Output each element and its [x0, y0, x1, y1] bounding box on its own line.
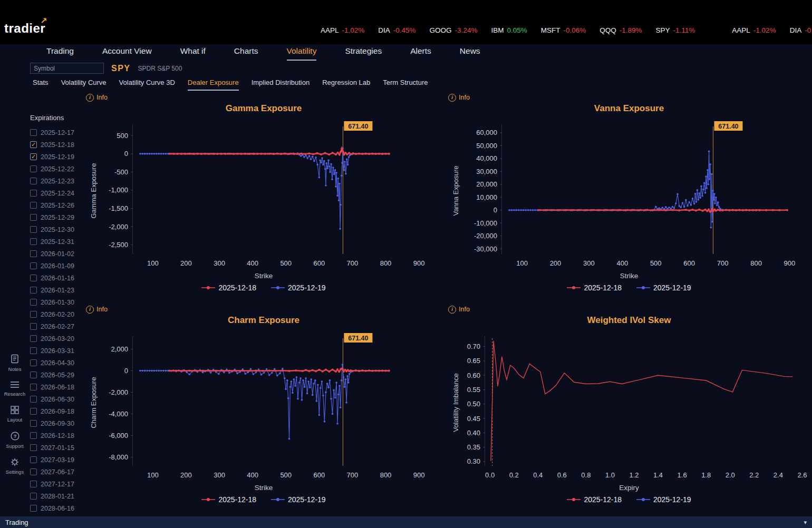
nav-what-if[interactable]: What if: [180, 46, 206, 61]
checkbox-icon[interactable]: [30, 202, 37, 209]
legend-item[interactable]: 2025-12-18: [567, 283, 622, 292]
subtab-dealer-exposure[interactable]: Dealer Exposure: [188, 79, 239, 91]
ticker-item-msft[interactable]: MSFT-0.06%: [541, 26, 586, 34]
info-button[interactable]: i Info: [448, 93, 810, 102]
checkbox-icon[interactable]: [30, 396, 37, 403]
vanna-exposure-plot[interactable]: 60,00050,00040,00030,00020,00010,0000-10…: [450, 116, 809, 272]
subtab-regression-lab[interactable]: Regression Lab: [322, 79, 370, 91]
checkbox-icon[interactable]: [30, 456, 37, 463]
legend-item[interactable]: 2025-12-18: [567, 495, 622, 504]
chevron-down-icon[interactable]: ▾: [804, 519, 807, 526]
legend-item[interactable]: 2025-12-18: [201, 283, 256, 292]
checkbox-icon[interactable]: [30, 226, 37, 233]
nav-volatility[interactable]: Volatility: [287, 46, 317, 61]
subtab-stats[interactable]: Stats: [33, 79, 49, 91]
checkbox-icon[interactable]: [30, 444, 37, 451]
checkbox-checked-icon[interactable]: ✓: [30, 141, 37, 148]
checkbox-icon[interactable]: [30, 481, 37, 487]
expiration-row[interactable]: 2026-03-31: [30, 345, 88, 357]
gamma-exposure-plot[interactable]: 5000-500-1,000-1,500-2,000-2,50010020030…: [88, 116, 438, 272]
expiration-row[interactable]: 2026-12-18: [30, 429, 88, 442]
rail-item-research[interactable]: Research: [4, 381, 26, 397]
subtab-term-structure[interactable]: Term Structure: [383, 79, 428, 91]
expiration-row[interactable]: 2026-02-20: [30, 308, 88, 320]
legend-item[interactable]: 2025-12-19: [636, 495, 691, 504]
info-button[interactable]: i Info: [86, 93, 441, 102]
checkbox-icon[interactable]: [30, 384, 37, 390]
expiration-row[interactable]: 2025-12-24: [30, 187, 88, 199]
ticker-item-qqq[interactable]: QQQ-1.89%: [600, 26, 642, 34]
rail-item-support[interactable]: ?Support: [6, 432, 23, 449]
checkbox-icon[interactable]: [30, 262, 37, 269]
expiration-row[interactable]: 2025-12-29: [30, 211, 88, 223]
expiration-row[interactable]: 2026-01-09: [30, 260, 88, 272]
checkbox-checked-icon[interactable]: ✓: [30, 153, 37, 160]
checkbox-icon[interactable]: [30, 505, 37, 512]
symbol-input[interactable]: [30, 63, 104, 74]
checkbox-icon[interactable]: [30, 347, 37, 354]
checkbox-icon[interactable]: [30, 190, 37, 197]
checkbox-icon[interactable]: [30, 420, 37, 427]
subtab-implied-distribution[interactable]: Implied Distribution: [252, 79, 310, 91]
expiration-row[interactable]: 2026-09-18: [30, 405, 88, 417]
expiration-row[interactable]: 2026-04-30: [30, 357, 88, 369]
checkbox-icon[interactable]: [30, 214, 37, 221]
checkbox-icon[interactable]: [30, 323, 37, 330]
rail-item-layout[interactable]: Layout: [7, 406, 23, 423]
legend-item[interactable]: 2025-12-18: [201, 495, 256, 504]
checkbox-icon[interactable]: [30, 287, 37, 294]
ticker-item-dia[interactable]: DIA-0.4: [790, 26, 812, 34]
expiration-row[interactable]: 2025-12-31: [30, 236, 88, 248]
ticker-item-goog[interactable]: GOOG-3.24%: [430, 26, 478, 34]
checkbox-icon[interactable]: [30, 408, 37, 415]
checkbox-icon[interactable]: [30, 165, 37, 172]
legend-item[interactable]: 2025-12-19: [271, 495, 326, 504]
nav-alerts[interactable]: Alerts: [410, 46, 431, 61]
expiration-row[interactable]: 2026-01-02: [30, 248, 88, 260]
subtab-volatility-curve-3d[interactable]: Volatility Curve 3D: [119, 79, 175, 91]
weighted-ivol-skew-plot[interactable]: 0.700.650.600.550.500.450.400.350.300.00…: [450, 328, 809, 484]
ticker-item-spy[interactable]: SPY-1.11%: [656, 26, 695, 34]
expiration-row[interactable]: 2025-12-22: [30, 163, 88, 175]
expiration-row[interactable]: 2026-05-29: [30, 369, 88, 381]
expiration-row[interactable]: ✓2025-12-18: [30, 139, 88, 151]
expiration-row[interactable]: 2026-01-30: [30, 296, 88, 308]
checkbox-icon[interactable]: [30, 250, 37, 257]
checkbox-icon[interactable]: [30, 468, 37, 475]
checkbox-icon[interactable]: [30, 129, 37, 136]
charm-exposure-plot[interactable]: 2,0000-2,000-4,000-6,000-8,0001002003004…: [88, 328, 438, 484]
expiration-row[interactable]: 2027-01-15: [30, 442, 88, 454]
checkbox-icon[interactable]: [30, 311, 37, 318]
nav-account-view[interactable]: Account View: [102, 46, 152, 61]
expiration-row[interactable]: 2028-01-21: [30, 490, 88, 502]
expiration-row[interactable]: 2026-02-27: [30, 320, 88, 333]
checkbox-icon[interactable]: [30, 359, 37, 366]
expiration-row[interactable]: 2025-12-17: [30, 126, 88, 139]
expiration-row[interactable]: 2027-06-17: [30, 466, 88, 478]
ticker-item-aapl[interactable]: AAPL-1.02%: [732, 26, 776, 34]
ticker-item-dia[interactable]: DIA-0.45%: [378, 26, 415, 34]
expiration-row[interactable]: 2028-06-16: [30, 502, 88, 514]
checkbox-icon[interactable]: [30, 371, 37, 378]
checkbox-icon[interactable]: [30, 493, 37, 500]
nav-news[interactable]: News: [460, 46, 480, 61]
expiration-row[interactable]: 2026-01-23: [30, 284, 88, 296]
rail-item-settings[interactable]: Settings: [6, 458, 24, 475]
rail-item-notes[interactable]: Notes: [8, 354, 22, 372]
expiration-row[interactable]: 2026-06-18: [30, 381, 88, 393]
checkbox-icon[interactable]: [30, 275, 37, 281]
expiration-row[interactable]: 2025-12-30: [30, 223, 88, 236]
expiration-row[interactable]: 2026-09-30: [30, 417, 88, 429]
expiration-row[interactable]: 2026-06-30: [30, 393, 88, 405]
expiration-row[interactable]: 2027-12-17: [30, 478, 88, 490]
checkbox-icon[interactable]: [30, 178, 37, 184]
checkbox-icon[interactable]: [30, 299, 37, 306]
info-button[interactable]: i Info: [448, 305, 810, 314]
info-button[interactable]: i Info: [86, 305, 441, 314]
legend-item[interactable]: 2025-12-19: [636, 283, 691, 292]
expiration-row[interactable]: 2025-12-26: [30, 199, 88, 211]
expiration-row[interactable]: 2025-12-23: [30, 175, 88, 187]
nav-trading[interactable]: Trading: [46, 46, 74, 61]
subtab-volatility-curve[interactable]: Volatility Curve: [61, 79, 107, 91]
checkbox-icon[interactable]: [30, 432, 37, 439]
